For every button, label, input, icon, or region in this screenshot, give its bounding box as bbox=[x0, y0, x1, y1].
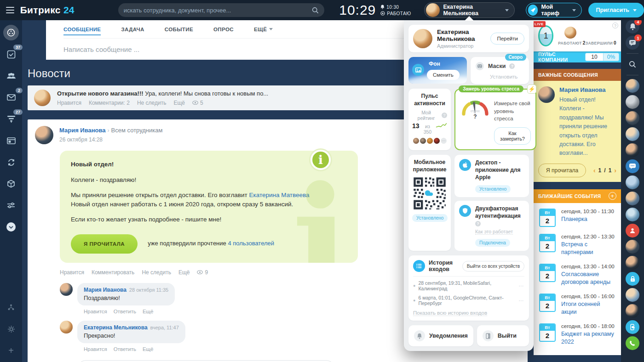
post-title[interactable]: Открытие нового магазина!!! bbox=[57, 90, 144, 97]
telephony-phone-icon[interactable] bbox=[626, 336, 639, 350]
tab-message[interactable]: СООБЩЕНИЕ bbox=[63, 20, 101, 38]
post-author-avatar[interactable] bbox=[34, 90, 51, 106]
nav-structure-icon[interactable] bbox=[3, 300, 19, 315]
add-comment-input[interactable] bbox=[77, 360, 335, 362]
post-author[interactable]: Мария Иванова bbox=[59, 127, 106, 134]
tariff-button[interactable]: Мой тариф bbox=[526, 3, 582, 17]
user-menu-button[interactable]: Екатерина Мельникова bbox=[424, 2, 515, 18]
messenger-icon[interactable]: 1 bbox=[626, 36, 639, 50]
important-author[interactable]: Мария Иванова bbox=[559, 86, 606, 93]
chat-contact-avatar[interactable] bbox=[626, 143, 639, 157]
chat-contact-avatar[interactable] bbox=[626, 288, 639, 302]
chat-contact-avatar[interactable] bbox=[626, 95, 639, 109]
logout-button[interactable]: Выйти bbox=[477, 325, 529, 346]
tab-poll[interactable]: ОПРОС bbox=[213, 20, 234, 38]
rating-more-icon[interactable]: ⋯ bbox=[441, 138, 447, 144]
more-action[interactable]: Ещё bbox=[143, 309, 154, 314]
invite-button[interactable]: Пригласить bbox=[588, 3, 644, 17]
confirm-users-link[interactable]: 4 пользователей bbox=[228, 240, 274, 247]
mobile-connect-icon[interactable] bbox=[626, 320, 639, 334]
tab-more[interactable]: ЕЩЁ bbox=[254, 20, 273, 38]
chat-contact-avatar[interactable] bbox=[626, 192, 639, 205]
event-item[interactable]: Вт2 сегодня, 15:00 - 16:00Итоги осенней … bbox=[539, 294, 615, 317]
post-date[interactable]: 26 октября 14:28 bbox=[59, 136, 162, 143]
comment-author-avatar[interactable] bbox=[60, 283, 73, 296]
company-pulse-bar[interactable]: ПУЛЬС КОМПАНИИ 10 0% bbox=[534, 51, 621, 62]
comment-author-avatar[interactable] bbox=[60, 321, 73, 334]
reply-action[interactable]: Ответить bbox=[114, 346, 136, 352]
info-icon[interactable]: ? bbox=[509, 63, 515, 69]
app-logo[interactable]: Битрикс 24 bbox=[20, 5, 75, 16]
more-action[interactable]: Ещё bbox=[143, 346, 154, 352]
desktop-app-card[interactable]: Десктоп - приложение для Apple Установле… bbox=[454, 155, 529, 197]
chat-contact-avatar[interactable] bbox=[626, 79, 639, 93]
profile-avatar[interactable] bbox=[413, 29, 432, 48]
nav-crm-icon[interactable]: 27 bbox=[3, 111, 19, 127]
chat-contact-avatar[interactable] bbox=[626, 111, 639, 125]
like-action[interactable]: Нравится bbox=[57, 100, 81, 106]
group-chat-icon[interactable] bbox=[626, 159, 639, 173]
more-action[interactable]: Ещё bbox=[173, 100, 185, 106]
guest-user-icon[interactable] bbox=[626, 224, 639, 238]
history-show-all-link[interactable]: Показать всю историю входов bbox=[413, 310, 487, 316]
nav-time-icon[interactable] bbox=[3, 219, 19, 235]
comments-action[interactable]: Комментарии: 2 bbox=[89, 100, 130, 106]
nav-live-feed-icon[interactable] bbox=[3, 25, 19, 40]
nav-sync-icon[interactable] bbox=[3, 154, 19, 170]
private-chat-lock-icon[interactable] bbox=[626, 272, 639, 286]
comment-action[interactable]: Комментировать bbox=[92, 269, 134, 276]
event-title[interactable]: Итоги осенней акции bbox=[561, 300, 615, 317]
event-item[interactable]: Вт2 сегодня, 12:30 - 13:30Встреча с парт… bbox=[539, 234, 615, 257]
nav-mail-icon[interactable]: 2 bbox=[3, 90, 19, 105]
chat-contact-avatar[interactable] bbox=[626, 240, 639, 254]
post-author-avatar[interactable] bbox=[35, 126, 53, 144]
stress-how-button[interactable]: Как замерить? bbox=[494, 127, 531, 145]
pager-next-icon[interactable]: › bbox=[614, 167, 616, 174]
nav-sites-icon[interactable] bbox=[3, 133, 19, 148]
like-action[interactable]: Нравится bbox=[60, 269, 84, 276]
working-user-avatar[interactable] bbox=[564, 27, 576, 39]
chat-search-icon[interactable] bbox=[626, 57, 639, 71]
like-action[interactable]: Нравится bbox=[84, 309, 107, 314]
chat-contact-avatar[interactable] bbox=[626, 175, 639, 189]
nav-settings-sliders-icon[interactable] bbox=[3, 198, 19, 213]
event-item[interactable]: Вт2 сегодня, 16:00 - 18:00Бюджет на рекл… bbox=[539, 323, 615, 346]
event-title[interactable]: Бюджет на рекламу 2022 bbox=[561, 330, 615, 346]
like-action[interactable]: Нравится bbox=[84, 346, 107, 352]
nav-gear-icon[interactable] bbox=[3, 321, 19, 337]
tab-event[interactable]: СОБЫТИЕ bbox=[165, 20, 193, 38]
clock[interactable]: 10:29 bbox=[339, 2, 376, 18]
info-icon[interactable]: ? bbox=[442, 113, 447, 118]
help-icon[interactable]: ? bbox=[612, 23, 618, 28]
search-icon[interactable] bbox=[312, 7, 319, 14]
event-title[interactable]: Планерка bbox=[561, 215, 614, 224]
tab-task[interactable]: ЗАДАЧА bbox=[121, 20, 144, 38]
unfollow-action[interactable]: Не следить bbox=[137, 100, 167, 106]
nav-employees-icon[interactable] bbox=[3, 68, 19, 84]
reply-action[interactable]: Ответить bbox=[114, 309, 136, 314]
important-read-button[interactable]: Я прочитала bbox=[538, 164, 586, 177]
chat-contact-avatar[interactable] bbox=[626, 127, 639, 141]
logout-all-button[interactable]: Выйти со всех устройств bbox=[462, 261, 524, 272]
event-title[interactable]: Согласование договоров аренды bbox=[561, 271, 615, 287]
comment-author[interactable]: Мария Иванова bbox=[84, 287, 126, 293]
info-icon[interactable]: ? bbox=[475, 221, 481, 226]
masks-card[interactable]: Скоро Маски ? Установить bbox=[471, 57, 529, 84]
profile-go-button[interactable]: Перейти bbox=[490, 33, 524, 45]
entry-menu-icon[interactable]: ⋯ bbox=[519, 298, 525, 303]
twofa-how-link[interactable]: Как это работает bbox=[475, 229, 513, 235]
unfollow-action[interactable]: Не следить bbox=[142, 269, 171, 276]
important-author-avatar[interactable] bbox=[538, 86, 555, 103]
nav-tasks-icon[interactable]: 37 bbox=[3, 46, 19, 62]
twofa-card[interactable]: Двухфакторная аутентификация ? Как это р… bbox=[454, 201, 529, 251]
search-input[interactable] bbox=[124, 7, 312, 14]
pager-prev-icon[interactable]: ‹ bbox=[593, 167, 596, 174]
post-audience[interactable]: Всем сотрудникам bbox=[111, 127, 163, 134]
background-change-button[interactable]: Сменить bbox=[427, 70, 460, 80]
event-item[interactable]: Вт2 сегодня, 13:30 - 14:00Согласование д… bbox=[539, 264, 615, 287]
chat-contact-avatar[interactable] bbox=[626, 208, 639, 221]
event-title[interactable]: Встреча с партнерами bbox=[561, 241, 615, 257]
read-confirm-button[interactable]: Я ПРОЧИТАЛА bbox=[71, 234, 138, 254]
chat-contact-avatar[interactable] bbox=[626, 256, 639, 270]
notifications-bell-icon[interactable]: 4 bbox=[626, 20, 639, 34]
